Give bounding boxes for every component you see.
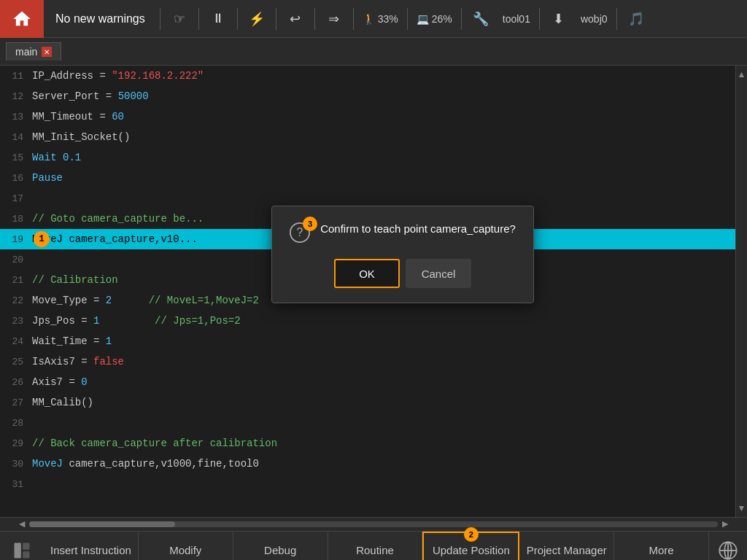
bolt-icon[interactable]: ⚡ xyxy=(241,0,273,38)
panel-icon xyxy=(12,540,32,561)
music-icon[interactable]: 🎵 xyxy=(620,0,652,38)
debug-label: Debug xyxy=(264,544,296,556)
insert-instruction-label: Insert Instruction xyxy=(50,544,131,556)
tab-close-button[interactable]: ✕ xyxy=(42,47,52,57)
pause-circle-icon[interactable]: ⏸ xyxy=(202,0,234,38)
bottombar: Insert Instruction Modify Debug Routine … xyxy=(0,531,747,560)
walk-icon: 🚶 xyxy=(363,13,375,25)
tool-label: tool01 xyxy=(497,13,536,25)
confirm-dialog: ? 3 Confirm to teach point camera_captur… xyxy=(271,206,534,303)
sep7 xyxy=(407,8,408,30)
svg-rect-2 xyxy=(15,542,21,558)
dialog-overlay: ? 3 Confirm to teach point camera_captur… xyxy=(0,66,747,531)
project-manager-label: Project Manager xyxy=(527,544,607,556)
badge-3: 3 xyxy=(303,217,317,231)
sep8 xyxy=(461,8,462,30)
project-manager-button[interactable]: Project Manager xyxy=(519,532,614,561)
routine-label: Routine xyxy=(356,544,394,556)
update-position-label: Update Position xyxy=(433,544,510,556)
download-icon[interactable]: ⬇ xyxy=(543,0,575,38)
tabbar: main ✕ xyxy=(0,38,747,66)
update-position-button[interactable]: 2 Update Position xyxy=(422,532,519,561)
home-button[interactable] xyxy=(0,0,44,38)
debug-button[interactable]: Debug xyxy=(233,532,328,561)
svg-text:?: ? xyxy=(297,226,303,238)
language-button[interactable] xyxy=(709,532,747,561)
topbar: No new warnings ☞ ⏸ ⚡ ↩ ⇒ 🚶 33% 💻 26% 🔧 … xyxy=(0,0,747,38)
svg-rect-4 xyxy=(23,551,29,558)
sep5 xyxy=(314,8,315,30)
cancel-button[interactable]: Cancel xyxy=(406,259,471,288)
modify-button[interactable]: Modify xyxy=(139,532,233,561)
insert-instruction-button[interactable]: Insert Instruction xyxy=(44,532,139,561)
svg-rect-3 xyxy=(23,542,29,549)
sep3 xyxy=(237,8,238,30)
sep2 xyxy=(198,8,199,30)
sep4 xyxy=(276,8,276,30)
main-tab[interactable]: main ✕ xyxy=(6,42,61,61)
loop-icon[interactable]: ↩ xyxy=(279,0,311,38)
wobj-label: wobj0 xyxy=(575,13,614,25)
dialog-header: ? 3 Confirm to teach point camera_captur… xyxy=(290,221,516,244)
sep6 xyxy=(353,8,354,30)
walk-percent: 33% xyxy=(378,13,398,25)
more-button[interactable]: More xyxy=(614,532,709,561)
skip-icon[interactable]: ⇒ xyxy=(318,0,350,38)
sep9 xyxy=(539,8,540,30)
tab-label: main xyxy=(15,46,37,58)
modify-label: Modify xyxy=(169,544,201,556)
ok-button[interactable]: OK xyxy=(334,259,400,288)
routine-button[interactable]: Routine xyxy=(328,532,423,561)
dialog-title: Confirm to teach point camera_capture? xyxy=(320,221,516,236)
panel-toggle-button[interactable] xyxy=(0,532,44,561)
dialog-buttons: OK Cancel xyxy=(290,259,516,288)
monitor-stat: 💻 26% xyxy=(411,13,458,25)
monitor-icon: 💻 xyxy=(417,13,429,25)
wrench-icon[interactable]: 🔧 xyxy=(465,0,497,38)
walk-stat: 🚶 33% xyxy=(357,13,404,25)
globe-icon xyxy=(718,540,738,561)
sep10 xyxy=(616,8,617,30)
hand-icon[interactable]: ☞ xyxy=(163,0,196,38)
warning-text: No new warnings xyxy=(44,12,157,26)
more-label: More xyxy=(649,544,673,556)
monitor-percent: 26% xyxy=(432,13,452,25)
home-icon xyxy=(12,9,32,29)
sep1 xyxy=(160,8,160,30)
